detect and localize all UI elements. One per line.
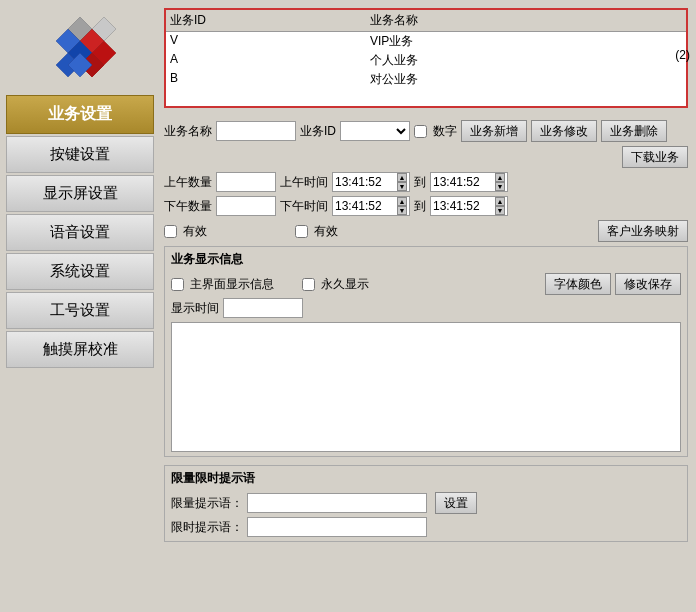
morning-time-to-spin-up[interactable]: ▲	[495, 173, 505, 182]
time-prompt-label: 限时提示语：	[171, 519, 243, 536]
time-prompt-row: 限时提示语：	[171, 517, 681, 537]
main-content: 业务ID 业务名称 V VIP业务 A 个人业务 B 对公业务 (2)	[160, 0, 696, 612]
morning-time-spin-up[interactable]: ▲	[397, 173, 407, 182]
form-row-valid: 有效 有效 客户业务映射	[164, 220, 688, 242]
morning-valid-checkbox[interactable]	[164, 225, 177, 238]
to-label-2: 到	[414, 198, 426, 215]
font-color-button[interactable]: 字体颜色	[545, 273, 611, 295]
business-id-select[interactable]	[340, 121, 410, 141]
limit-prompt-row: 限量提示语： 设置	[171, 492, 681, 514]
table-header: 业务ID 业务名称	[166, 10, 686, 32]
sidebar-item-touchscreen-calibration[interactable]: 触摸屏校准	[6, 331, 154, 368]
afternoon-count-label: 下午数量	[164, 198, 212, 215]
add-business-button[interactable]: 业务新增	[461, 120, 527, 142]
form-row-1: 业务名称 业务ID 数字 业务新增 业务修改 业务删除	[164, 120, 688, 142]
afternoon-valid-checkbox[interactable]	[295, 225, 308, 238]
afternoon-time-spin-up[interactable]: ▲	[397, 197, 407, 206]
permanent-display-label: 永久显示	[321, 276, 369, 293]
display-time-row: 显示时间	[171, 298, 681, 318]
business-name-input[interactable]	[216, 121, 296, 141]
afternoon-count-input[interactable]	[216, 196, 276, 216]
form-row-afternoon: 下午数量 下午时间 13:41:52 ▲ ▼ 到 13:41:52 ▲ ▼	[164, 196, 688, 216]
morning-time-label: 上午时间	[280, 174, 328, 191]
delete-business-button[interactable]: 业务删除	[601, 120, 667, 142]
business-table[interactable]: 业务ID 业务名称 V VIP业务 A 个人业务 B 对公业务	[164, 8, 688, 108]
morning-time-to-spin-down[interactable]: ▼	[495, 182, 505, 191]
valid-label-2: 有效	[314, 223, 338, 240]
display-info-title-row: 业务显示信息	[171, 251, 681, 270]
afternoon-time-to[interactable]: 13:41:52 ▲ ▼	[430, 196, 508, 216]
limit-reminder-label: 限量限时提示语	[171, 470, 255, 487]
morning-time-to[interactable]: 13:41:52 ▲ ▼	[430, 172, 508, 192]
save-button[interactable]: 修改保存	[615, 273, 681, 295]
valid-label-1: 有效	[183, 223, 207, 240]
limit-reminder-title-row: 限量限时提示语	[171, 470, 681, 489]
display-time-input[interactable]	[223, 298, 303, 318]
numeric-checkbox[interactable]	[414, 125, 427, 138]
form-row-morning: 上午数量 上午时间 13:41:52 ▲ ▼ 到 13:41:52 ▲ ▼	[164, 172, 688, 192]
afternoon-time-from[interactable]: 13:41:52 ▲ ▼	[332, 196, 410, 216]
form-section: 业务名称 业务ID 数字 业务新增 业务修改 业务删除 下载业务 上午数量 上午…	[164, 120, 688, 546]
main-display-checkbox[interactable]	[171, 278, 184, 291]
numeric-label: 数字	[433, 123, 457, 140]
table-col-id: 业务ID	[170, 12, 370, 29]
afternoon-time-label: 下午时间	[280, 198, 328, 215]
sidebar-item-display-settings[interactable]: 显示屏设置	[6, 175, 154, 212]
limit-prompt-label: 限量提示语：	[171, 495, 243, 512]
limit-prompt-input[interactable]	[247, 493, 427, 513]
morning-count-input[interactable]	[216, 172, 276, 192]
display-content-area[interactable]	[171, 322, 681, 452]
sidebar-item-voice-settings[interactable]: 语音设置	[6, 214, 154, 251]
permanent-display-checkbox[interactable]	[302, 278, 315, 291]
sidebar-item-system-settings[interactable]: 系统设置	[6, 253, 154, 290]
business-name-label: 业务名称	[164, 123, 212, 140]
display-info-section: 业务显示信息 主界面显示信息 永久显示 字体颜色 修改保存 显示时间	[164, 246, 688, 457]
time-prompt-input[interactable]	[247, 517, 427, 537]
afternoon-time-to-spin-up[interactable]: ▲	[495, 197, 505, 206]
table-row[interactable]: A 个人业务	[166, 51, 686, 70]
sidebar-item-workno-settings[interactable]: 工号设置	[6, 292, 154, 329]
afternoon-time-spin-down[interactable]: ▼	[397, 206, 407, 215]
table-row[interactable]: V VIP业务	[166, 32, 686, 51]
morning-time-spin-down[interactable]: ▼	[397, 182, 407, 191]
business-id-label: 业务ID	[300, 123, 336, 140]
sidebar-item-business-settings[interactable]: 业务设置	[6, 95, 154, 134]
table-row[interactable]: B 对公业务	[166, 70, 686, 89]
setup-button[interactable]: 设置	[435, 492, 477, 514]
afternoon-time-to-spin-down[interactable]: ▼	[495, 206, 505, 215]
limit-reminder-section: 限量限时提示语 限量提示语： 设置 限时提示语：	[164, 465, 688, 542]
download-business-button[interactable]: 下载业务	[622, 146, 688, 168]
form-row-download: 下载业务	[164, 146, 688, 168]
display-time-label: 显示时间	[171, 300, 219, 317]
label-2: (2)	[675, 48, 690, 62]
table-body: V VIP业务 A 个人业务 B 对公业务	[166, 32, 686, 89]
sidebar: 业务设置 按键设置 显示屏设置 语音设置 系统设置 工号设置 触摸屏校准	[0, 0, 160, 612]
morning-count-label: 上午数量	[164, 174, 212, 191]
logo-area	[30, 10, 130, 90]
to-label-1: 到	[414, 174, 426, 191]
main-display-label: 主界面显示信息	[190, 276, 274, 293]
customer-mapping-button[interactable]: 客户业务映射	[598, 220, 688, 242]
logo-icon	[40, 15, 120, 85]
display-info-label: 业务显示信息	[171, 251, 243, 268]
table-col-name: 业务名称	[370, 12, 682, 29]
morning-time-from[interactable]: 13:41:52 ▲ ▼	[332, 172, 410, 192]
edit-business-button[interactable]: 业务修改	[531, 120, 597, 142]
display-info-row-1: 主界面显示信息 永久显示 字体颜色 修改保存	[171, 273, 681, 295]
sidebar-item-key-settings[interactable]: 按键设置	[6, 136, 154, 173]
